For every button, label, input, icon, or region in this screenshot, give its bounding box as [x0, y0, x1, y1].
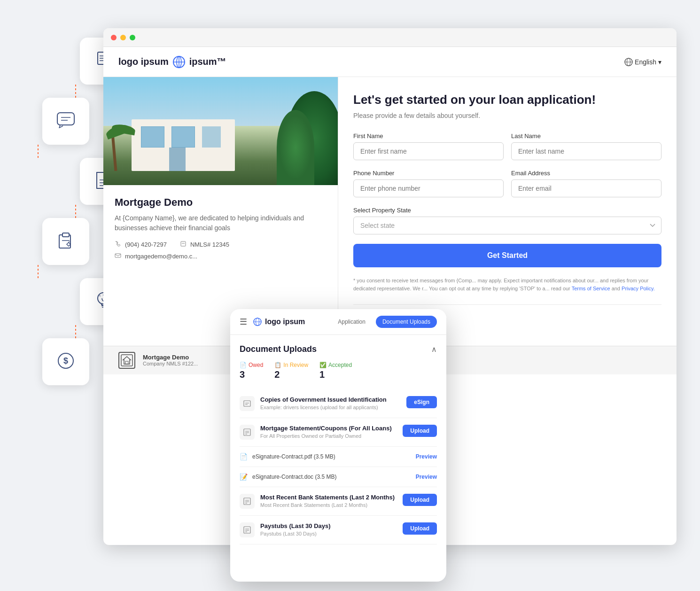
file-name-doc: eSignature-Contract.doc (3.5 MB) [252, 474, 411, 480]
consent-text: * you consent to receive text messages f… [353, 277, 661, 293]
doc-section-header: Document Uploads ∧ [240, 344, 437, 354]
name-row: First Name Last Name [353, 132, 661, 160]
doc-icon-govt [240, 396, 255, 411]
browser-topbar [103, 28, 677, 47]
svg-rect-12 [62, 233, 69, 237]
stat-accepted: ✅ Accepted 1 [319, 362, 352, 380]
doc-file-icon: 📝 [240, 473, 248, 481]
browser-maximize-dot[interactable] [130, 35, 135, 40]
state-group: Select Property State Select state [353, 207, 661, 234]
first-name-input[interactable] [353, 142, 504, 160]
stat-review: 📋 In Review 2 [274, 362, 308, 380]
doc-info-bank: Most Recent Bank Statements (Last 2 Mont… [260, 494, 397, 508]
listing-title: Mortgage Demo [115, 196, 327, 209]
doc-name-paystubs: Paystubs (Last 30 Days) [260, 522, 397, 529]
form-panel: Let's get started on your loan applicati… [338, 77, 677, 346]
icon-card-6: $ [42, 338, 89, 385]
mobile-body: Document Uploads ∧ 📄 Owed 3 📋 In Review … [230, 335, 446, 554]
preview-button-doc[interactable]: Preview [416, 471, 437, 483]
esign-button-govt[interactable]: eSign [406, 396, 437, 408]
doc-sub-mortgage: For All Properties Owned or Partially Ow… [260, 433, 397, 439]
upload-button-bank[interactable]: Upload [403, 494, 437, 506]
tab-document-uploads[interactable]: Document Uploads [376, 316, 437, 328]
phone-label: Phone Number [353, 170, 504, 177]
svg-rect-38 [244, 401, 250, 406]
contact-row: Phone Number Email Address [353, 170, 661, 197]
upload-button-mortgage[interactable]: Upload [403, 425, 437, 437]
doc-stats: 📄 Owed 3 📋 In Review 2 ✅ Accepted 1 [240, 362, 437, 380]
state-select[interactable]: Select state [353, 217, 661, 234]
email-icon [115, 252, 121, 260]
accepted-label: ✅ Accepted [319, 362, 352, 368]
email-label: Email Address [511, 170, 661, 177]
language-selector[interactable]: English ▾ [624, 58, 661, 66]
doc-item-mortgage: Mortgage Statement/Coupons (For All Loan… [240, 418, 437, 447]
hamburger-icon[interactable]: ☰ [240, 317, 247, 327]
privacy-link[interactable]: Privacy Policy. [622, 286, 655, 291]
nmls-icon [180, 241, 187, 249]
get-started-button[interactable]: Get Started [353, 244, 661, 267]
owed-label: 📄 Owed [240, 362, 263, 368]
doc-item-govt-id: Copies of Government Issued Identificati… [240, 389, 437, 418]
owed-count: 3 [240, 369, 263, 380]
tab-application[interactable]: Application [331, 316, 372, 328]
doc-item-paystubs: Paystubs (Last 30 Days) Paystubs (Last 3… [240, 516, 437, 544]
document-list: Copies of Government Issued Identificati… [240, 389, 437, 544]
pdf-icon: 📄 [240, 453, 248, 460]
get-started-label: Get Started [487, 251, 528, 259]
doc-sub-bank: Most Recent Bank Statements (Last 2 Mont… [260, 502, 397, 508]
doc-icon-bank [240, 494, 255, 509]
doc-info-paystubs: Paystubs (Last 30 Days) Paystubs (Last 3… [260, 522, 397, 537]
logo-ipsum-text: ipsum™ [189, 56, 226, 67]
review-count: 2 [274, 369, 308, 380]
doc-icon-mortgage [240, 425, 255, 440]
footer-nmls: Company NMLS #122... [143, 361, 198, 366]
browser-close-dot[interactable] [111, 35, 117, 40]
email-input[interactable] [511, 179, 661, 197]
browser-minimize-dot[interactable] [120, 35, 126, 40]
stat-owed: 📄 Owed 3 [240, 362, 263, 380]
equal-housing-icon [118, 352, 135, 369]
file-row-pdf: 📄 eSignature-Contract.pdf (3.5 MB) Previ… [240, 447, 437, 467]
app-content: Mortgage Demo At {Company Name}, we are … [103, 77, 677, 346]
collapse-icon[interactable]: ∧ [431, 345, 437, 354]
state-label: Select Property State [353, 207, 661, 214]
last-name-input[interactable] [511, 142, 661, 160]
mobile-header: ☰ logo ipsum Application Document Upload… [230, 309, 446, 335]
review-label: 📋 In Review [274, 362, 308, 368]
phone-input[interactable] [353, 179, 504, 197]
logo-area: logo ipsum ipsum™ [118, 55, 226, 69]
mobile-card: ☰ logo ipsum Application Document Upload… [230, 309, 446, 582]
first-name-label: First Name [353, 132, 504, 140]
app-header: logo ipsum ipsum™ English ▾ [103, 47, 677, 77]
doc-item-bank: Most Recent Bank Statements (Last 2 Mont… [240, 487, 437, 516]
icon-card-2 [42, 98, 89, 145]
listing-info: Mortgage Demo At {Company Name}, we are … [103, 185, 338, 272]
preview-button-pdf[interactable]: Preview [416, 451, 437, 463]
mobile-logo-text: logo ipsum [265, 318, 305, 326]
footer-company: Mortgage Demo [143, 354, 198, 361]
upload-button-paystubs[interactable]: Upload [403, 522, 437, 535]
svg-rect-5 [57, 113, 74, 125]
terms-link[interactable]: Terms of Service [572, 286, 610, 291]
doc-info-mortgage: Mortgage Statement/Coupons (For All Loan… [260, 425, 397, 439]
email-group: Email Address [511, 170, 661, 197]
listing-panel: Mortgage Demo At {Company Name}, we are … [103, 77, 338, 346]
doc-section-title: Document Uploads [240, 344, 317, 354]
globe-small-icon [624, 58, 633, 66]
logo-text: logo ipsum [118, 56, 169, 67]
doc-sub-paystubs: Paystubs (Last 30 Days) [260, 531, 397, 537]
svg-rect-41 [244, 429, 250, 435]
file-row-doc: 📝 eSignature-Contract.doc (3.5 MB) Previ… [240, 467, 437, 487]
phone-row: (904) 420-7297 NMLS# 12345 [115, 241, 327, 249]
svg-rect-32 [115, 254, 121, 257]
lang-label: English [635, 58, 656, 66]
doc-sub-govt: Example: drivers licenses (upload for al… [260, 404, 401, 410]
svg-line-19 [100, 296, 101, 296]
accepted-count: 1 [319, 369, 352, 380]
dollar-badge-icon: $ [56, 351, 75, 372]
clipboard-edit-icon [56, 231, 75, 252]
mobile-globe-icon [253, 317, 262, 327]
lang-chevron: ▾ [658, 58, 661, 66]
globe-icon [172, 55, 186, 69]
